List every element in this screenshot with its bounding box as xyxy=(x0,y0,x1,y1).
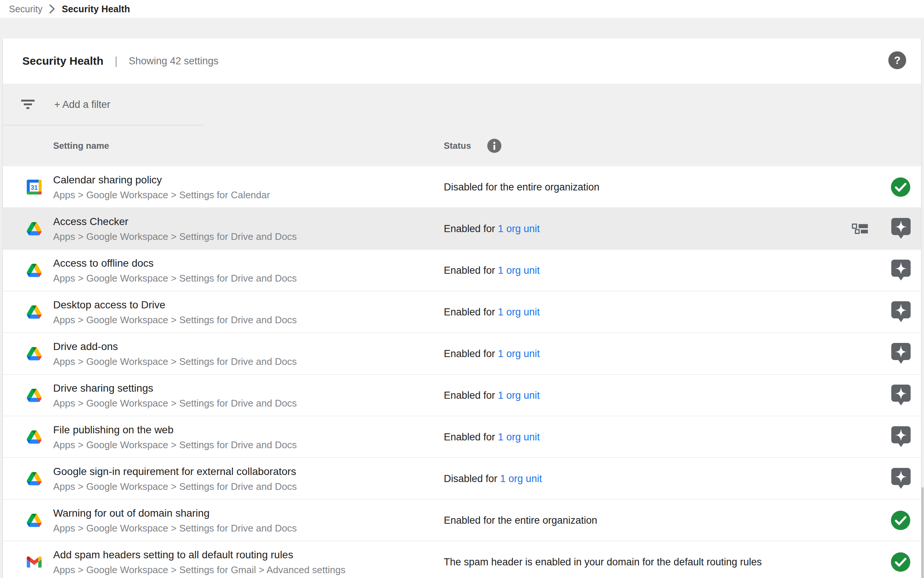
setting-path: Apps > Google Workspace > Settings for D… xyxy=(53,315,297,324)
recommendation-badge-icon[interactable] xyxy=(891,385,911,406)
setting-title: Drive sharing settings xyxy=(53,383,297,393)
setting-title: Google sign-in requirement for external … xyxy=(53,466,297,476)
filter-list-icon xyxy=(21,99,35,111)
status-text: Enabled for 1 org unit xyxy=(444,348,540,359)
setting-path: Apps > Google Workspace > Settings for D… xyxy=(53,398,297,408)
page-title: Security Health xyxy=(22,55,104,67)
table-row[interactable]: 31 Warning for out of domain sharin xyxy=(3,500,921,541)
setting-title: Drive add-ons xyxy=(53,341,297,351)
card-header: Security Health | Showing 42 settings ? xyxy=(3,38,921,84)
org-unit-link[interactable]: 1 org unit xyxy=(498,265,540,276)
filter-bar: + Add a filter xyxy=(3,84,921,125)
status-check-icon xyxy=(890,510,911,530)
status-prefix: Enabled for xyxy=(444,431,498,442)
table-row[interactable]: 31 Google sign-in requirement for e xyxy=(3,458,921,500)
table-row[interactable]: 31 File publishing on the web xyxy=(3,416,921,458)
drive-icon xyxy=(27,347,42,360)
status-check-icon xyxy=(890,552,911,572)
setting-path: Apps > Google Workspace > Settings for D… xyxy=(53,523,297,533)
org-unit-link[interactable]: 1 org unit xyxy=(498,431,540,442)
status-prefix: Enabled for xyxy=(444,306,498,317)
status-text: Disabled for 1 org unit xyxy=(444,473,542,484)
setting-path: Apps > Google Workspace > Settings for D… xyxy=(53,273,297,283)
drive-icon xyxy=(27,472,42,485)
title-divider: | xyxy=(115,55,117,67)
status-prefix: Enabled for the entire organization xyxy=(444,515,597,526)
table-row[interactable]: 31 Drive sharing settings App xyxy=(3,375,921,416)
drive-icon xyxy=(27,389,42,402)
table-row[interactable]: 31 Calendar sharing policy Ap xyxy=(3,166,921,208)
help-button[interactable]: ? xyxy=(888,51,906,69)
add-filter-button[interactable]: + Add a filter xyxy=(54,99,110,110)
table-row[interactable]: 31 Add spam headers setting to all xyxy=(3,541,921,578)
setting-path: Apps > Google Workspace > Settings for D… xyxy=(53,231,297,241)
org-unit-link[interactable]: 1 org unit xyxy=(498,306,540,317)
setting-title: Add spam headers setting to all default … xyxy=(53,549,345,560)
setting-path: Apps > Google Workspace > Settings for G… xyxy=(53,565,345,574)
table-row[interactable]: 31 Drive add-ons Apps > Googl xyxy=(3,333,921,375)
status-prefix: Disabled for xyxy=(444,473,500,484)
breadcrumb: Security Security Health xyxy=(0,0,924,18)
org-unit-link[interactable]: 1 org unit xyxy=(498,390,540,401)
setting-path: Apps > Google Workspace > Settings for D… xyxy=(53,440,297,449)
org-unit-link[interactable]: 1 org unit xyxy=(500,473,542,484)
drive-icon xyxy=(27,264,42,277)
org-units-list-icon[interactable] xyxy=(852,224,869,234)
status-text: Enabled for 1 org unit xyxy=(444,306,540,318)
setting-path: Apps > Google Workspace > Settings for D… xyxy=(53,481,297,491)
status-prefix: Disabled for the entire organization xyxy=(444,181,600,192)
setting-title: File publishing on the web xyxy=(53,424,297,435)
question-mark-icon: ? xyxy=(894,54,901,67)
status-text: Enabled for 1 org unit xyxy=(444,223,540,234)
recommendation-badge-icon[interactable] xyxy=(891,218,911,240)
status-prefix: Enabled for xyxy=(444,390,498,401)
svg-text:31: 31 xyxy=(31,184,38,191)
setting-title: Access Checker xyxy=(53,216,297,227)
status-prefix: Enabled for xyxy=(444,265,498,276)
status-text: Enabled for 1 org unit xyxy=(444,265,540,276)
info-icon[interactable] xyxy=(487,139,502,153)
column-header-status: Status xyxy=(444,141,471,151)
org-unit-link[interactable]: 1 org unit xyxy=(498,223,540,234)
table-row[interactable]: 31 Access Checker Apps > Goog xyxy=(3,208,921,250)
breadcrumb-current: Security Health xyxy=(62,4,130,15)
status-prefix: Enabled for xyxy=(444,223,498,234)
recommendation-badge-icon[interactable] xyxy=(891,468,911,489)
status-text: Enabled for the entire organization xyxy=(444,515,597,526)
calendar-icon: 31 xyxy=(27,180,42,195)
table-header: Setting name Status xyxy=(3,125,921,166)
setting-path: Apps > Google Workspace > Settings for D… xyxy=(53,356,297,366)
recommendation-badge-icon[interactable] xyxy=(891,301,911,323)
setting-title: Access to offline docs xyxy=(53,258,297,268)
table-row[interactable]: 31 Desktop access to Drive Ap xyxy=(3,291,921,333)
status-prefix: The spam header is enabled in your domai… xyxy=(444,556,762,567)
breadcrumb-link-security[interactable]: Security xyxy=(9,4,42,15)
drive-icon xyxy=(27,305,42,319)
setting-title: Warning for out of domain sharing xyxy=(53,508,297,518)
status-text: Disabled for the entire organization xyxy=(444,181,600,193)
setting-title: Calendar sharing policy xyxy=(53,174,270,185)
drive-icon xyxy=(27,514,42,527)
chevron-right-icon xyxy=(49,5,55,13)
status-text: Enabled for 1 org unit xyxy=(444,431,540,443)
status-prefix: Enabled for xyxy=(444,348,498,359)
recommendation-badge-icon[interactable] xyxy=(891,260,911,281)
setting-path: Apps > Google Workspace > Settings for C… xyxy=(53,190,270,200)
status-text: The spam header is enabled in your domai… xyxy=(444,556,762,568)
settings-table-body: 31 Calendar sharing policy Ap xyxy=(3,166,921,578)
status-text: Enabled for 1 org unit xyxy=(444,390,540,401)
column-header-setting-name: Setting name xyxy=(53,141,109,151)
settings-count: Showing 42 settings xyxy=(129,55,218,67)
org-unit-link[interactable]: 1 org unit xyxy=(498,348,540,359)
status-check-icon xyxy=(890,177,911,197)
drive-icon xyxy=(27,430,42,444)
setting-title: Desktop access to Drive xyxy=(53,299,297,310)
recommendation-badge-icon[interactable] xyxy=(891,343,911,365)
table-row[interactable]: 31 Access to offline docs App xyxy=(3,250,921,291)
recommendation-badge-icon[interactable] xyxy=(891,426,911,448)
scrollbar-thumb[interactable] xyxy=(921,487,924,578)
drive-icon xyxy=(27,222,42,235)
gmail-icon xyxy=(27,557,42,568)
security-health-card: Security Health | Showing 42 settings ? … xyxy=(3,38,921,578)
